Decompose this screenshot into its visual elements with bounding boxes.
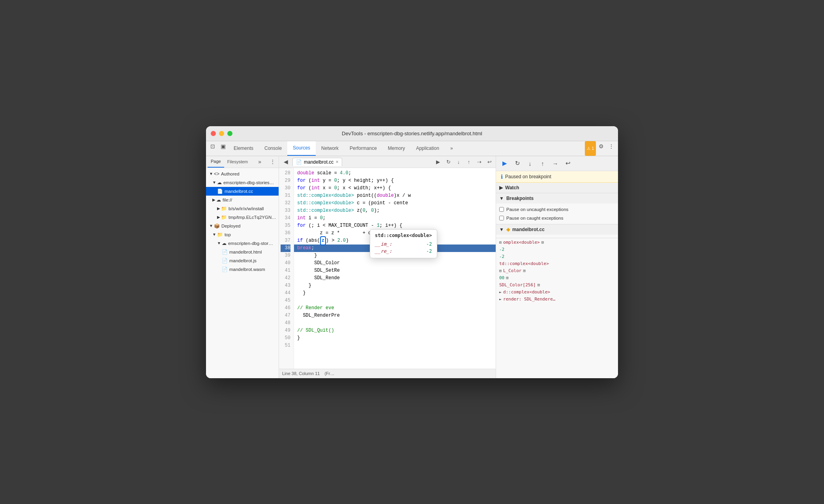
tree-item-label: mandelbrot.cc	[225, 189, 253, 194]
arrow-icon: ▼	[217, 241, 221, 245]
scope-type-0: omplex<double>	[503, 240, 540, 245]
scope-type-3: td::complex<double>	[499, 261, 549, 266]
scope-expand-7[interactable]: ►	[499, 290, 502, 294]
frame-info: (Fr…	[324, 371, 334, 376]
step-into-button[interactable]: ↓	[524, 158, 536, 169]
step-out-icon[interactable]: ↑	[464, 157, 474, 166]
tab-performance[interactable]: Performance	[344, 141, 382, 156]
tree-mandelbrot-js[interactable]: 📄 mandelbrot.js	[206, 256, 279, 265]
code-line-33: std::complex<double> z(0, 0);	[294, 207, 496, 215]
tooltip-title: std::complex<double>	[375, 233, 432, 238]
tree-authored[interactable]: ▼ <> Authored	[206, 170, 279, 178]
step-into-icon[interactable]: ↓	[454, 157, 463, 166]
sidebar-options-icon[interactable]: ⋮	[268, 159, 277, 165]
tree-tmp[interactable]: ▶ 📁 tmp/tmp.ELcTq2YGN…	[206, 213, 279, 222]
step-over-icon[interactable]: ↻	[444, 157, 453, 166]
sidebar-tab-page[interactable]: Page	[208, 156, 224, 168]
uncaught-exceptions-label: Pause on uncaught exceptions	[506, 207, 568, 212]
tooltip-popup: std::complex<double> __im_: -2 __re_: -2	[370, 229, 437, 258]
watch-section-header[interactable]: ▶ Watch	[496, 183, 618, 193]
code-line-42: SDL_Rende	[294, 274, 496, 282]
arrow-icon: ▼	[209, 224, 213, 228]
tree-deployed[interactable]: ▼ 📦 Deployed	[206, 222, 279, 230]
tooltip-val-0: -2	[426, 241, 432, 248]
bp-file-arrow-icon: ▼	[499, 227, 504, 232]
tab-network[interactable]: Network	[316, 141, 344, 156]
tree-item-label: Authored	[221, 172, 240, 176]
warning-badge[interactable]: ⚠ 1	[585, 141, 596, 156]
tab-elements[interactable]: Elements	[228, 141, 259, 156]
step-over-button[interactable]: ↻	[512, 158, 523, 169]
breakpoint-file-header[interactable]: ▼ ◈ mandelbrot.cc	[496, 224, 618, 235]
tree-emscripten-dbg[interactable]: ▼ ☁ emscripten-dbg-stories…	[206, 178, 279, 187]
deactivate-icon[interactable]: ↩	[485, 157, 494, 166]
scope-row-7: ► d::complex<double>	[499, 289, 615, 296]
more-options-icon[interactable]: ⋮	[606, 141, 616, 151]
play-icon[interactable]: ▶	[433, 157, 443, 166]
tree-item-label: emscripten-dbg-stor…	[228, 241, 273, 246]
tab-memory[interactable]: Memory	[382, 141, 410, 156]
code-line-40: SDL_Color	[294, 259, 496, 267]
debugger-toolbar: ▶ ↻ ↓ ↑ → ↩	[496, 156, 618, 171]
step-icon[interactable]: ⇢	[474, 157, 484, 166]
tab-sources[interactable]: Sources	[287, 141, 316, 156]
tooltip-val-1: -2	[426, 248, 432, 255]
uncaught-exceptions-checkbox[interactable]	[499, 207, 504, 212]
tag-icon: <>	[214, 171, 219, 177]
device-icon[interactable]: ▣	[218, 141, 228, 151]
navigator-back-icon[interactable]: ◀	[281, 157, 291, 167]
code-line-50: }	[294, 334, 496, 342]
file-tab-mandelbrot[interactable]: 📄 mandelbrot.cc ✕	[292, 158, 342, 166]
tree-mandelbrot-wasm[interactable]: 📄 mandelbrot.wasm	[206, 265, 279, 274]
scope-expand-0[interactable]: ⊞	[499, 240, 502, 245]
code-line-43: }	[294, 282, 496, 289]
inspect-icon[interactable]: ⊡	[208, 141, 218, 151]
settings-icon[interactable]: ⚙	[596, 141, 606, 151]
scope-val-5: 00	[499, 275, 504, 280]
scope-expand-8[interactable]: ►	[499, 297, 502, 301]
tree-mandelbrot-cc[interactable]: 📄 mandelbrot.cc	[206, 187, 279, 196]
line-column-info: Line 38, Column 11	[282, 371, 320, 376]
breakpoints-section-header[interactable]: ▼ Breakpoints	[496, 193, 618, 203]
sidebar-tab-bar: Page Filesystem » ⋮	[206, 156, 279, 168]
warning-count: 1	[592, 146, 594, 151]
caught-exceptions-row: Pause on caught exceptions	[499, 214, 615, 222]
sidebar-more-icon[interactable]: »	[257, 159, 263, 165]
breakpoints-section: ▼ Breakpoints Pause on uncaught exceptio…	[496, 193, 618, 224]
scope-type-6: SDL_Color[256]	[499, 282, 536, 287]
sidebar-tab-filesystem[interactable]: Filesystem	[224, 156, 251, 168]
code-line-34: int i = 0;	[294, 215, 496, 222]
step-button[interactable]: →	[550, 158, 561, 169]
tooltip-row-0: __im_: -2	[375, 241, 432, 248]
tree-item-label: tmp/tmp.ELcTq2YGN…	[228, 215, 276, 220]
cloud-icon: ☁	[222, 241, 227, 246]
resume-button[interactable]: ▶	[499, 158, 510, 169]
close-button[interactable]	[211, 131, 216, 136]
tree-file[interactable]: ▶ ☁ file://	[206, 196, 279, 204]
tree-install[interactable]: ▶ 📁 b/s/w/ir/x/w/install	[206, 204, 279, 213]
maximize-button[interactable]	[227, 131, 232, 136]
caught-exceptions-checkbox[interactable]	[499, 216, 504, 220]
scope-expand-4[interactable]: ⊞	[499, 269, 502, 273]
scope-val-1: -2	[499, 247, 504, 252]
minimize-button[interactable]	[219, 131, 224, 136]
scope-extra-5: ⊞	[506, 275, 509, 280]
tab-console[interactable]: Console	[259, 141, 287, 156]
tab-application[interactable]: Application	[410, 141, 445, 156]
step-out-button[interactable]: ↑	[537, 158, 548, 169]
tree-item-label: emscripten-dbg-stories…	[223, 180, 274, 185]
bp-filename: mandelbrot.cc	[512, 227, 545, 232]
deactivate-button[interactable]: ↩	[562, 158, 573, 169]
scope-panel: ⊞ omplex<double> ⊞ -2 -2 td::complex<dou…	[496, 238, 618, 378]
scope-extra-4: ⊞	[523, 268, 526, 273]
code-content[interactable]: double scale = 4.0; for (int y = 0; y < …	[294, 168, 496, 369]
sidebar: Page Filesystem » ⋮ ▼ <> Authored ▼ ☁ em…	[206, 156, 279, 378]
breakpoint-file-section: ▼ ◈ mandelbrot.cc	[496, 224, 618, 238]
scope-extra-6: ⊞	[537, 282, 540, 287]
tree-emscripten-deployed[interactable]: ▼ ☁ emscripten-dbg-stor…	[206, 239, 279, 248]
tree-mandelbrot-html[interactable]: 📄 mandelbrot.html	[206, 248, 279, 256]
tab-more[interactable]: »	[445, 141, 459, 156]
paused-message: Paused on breakpoint	[505, 174, 551, 179]
tree-top[interactable]: ▼ 📁 top	[206, 230, 279, 239]
file-tab-close[interactable]: ✕	[335, 160, 339, 164]
